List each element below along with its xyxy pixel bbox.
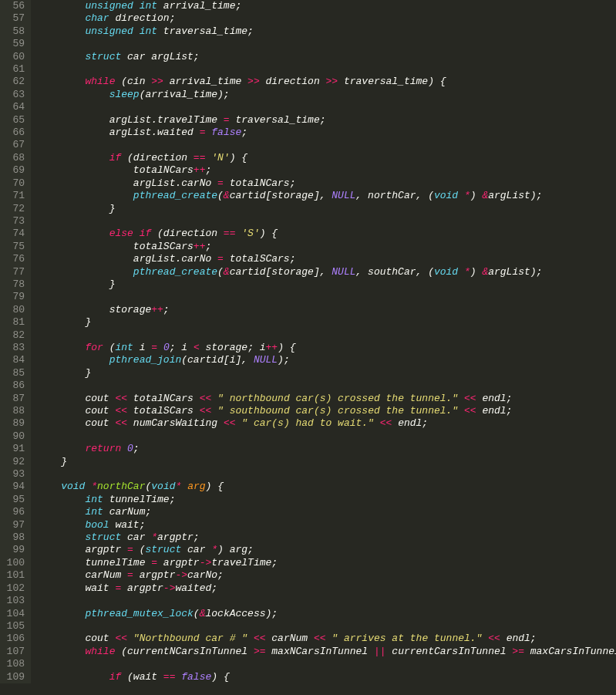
- code-line[interactable]: else if (direction == 'S') {: [37, 228, 616, 240]
- code-line[interactable]: argList.carNo = totalSCars;: [37, 253, 616, 265]
- code-line[interactable]: char direction;: [37, 12, 616, 25]
- token-plain: argptr: [121, 582, 163, 594]
- code-line[interactable]: return 0;: [37, 443, 616, 455]
- line-number: 86: [6, 380, 25, 392]
- token-kw: while: [85, 76, 115, 87]
- token-type: void: [434, 190, 458, 201]
- code-line[interactable]: cout << numCarsWaiting << " car(s) had t…: [37, 417, 616, 430]
- token-num: NULL: [332, 190, 355, 201]
- code-line[interactable]: argptr = (struct car *) arg;: [37, 544, 616, 556]
- code-line[interactable]: }: [37, 456, 616, 468]
- line-number: 93: [6, 468, 25, 481]
- code-line[interactable]: pthread_mutex_lock(&lockAccess);: [37, 608, 616, 620]
- token-plain: (: [217, 190, 224, 201]
- token-type: int: [85, 506, 103, 518]
- token-type: int: [115, 342, 133, 353]
- line-number: 96: [6, 506, 25, 518]
- code-line[interactable]: pthread_join(cartid[i], NULL);: [37, 354, 616, 366]
- code-line[interactable]: totalSCars++;: [37, 241, 616, 253]
- code-line[interactable]: while (cin >> arrival_time >> direction …: [37, 76, 616, 88]
- code-line[interactable]: pthread_create(&cartid[storage], NULL, s…: [37, 266, 616, 278]
- token-plain: [127, 633, 133, 644]
- code-line[interactable]: [37, 430, 616, 443]
- code-line[interactable]: wait = argptr->waited;: [37, 582, 616, 595]
- token-plain: totalSCars;: [224, 253, 296, 265]
- code-line[interactable]: void *northCar(void* arg) {: [37, 481, 616, 493]
- code-line[interactable]: carNum = argptr->carNo;: [37, 569, 616, 582]
- token-plain: direction: [260, 76, 326, 87]
- token-plain: , northCar, (: [356, 190, 434, 201]
- code-line[interactable]: }: [37, 203, 616, 215]
- line-number: 98: [6, 531, 25, 544]
- token-func: pthread_join: [109, 354, 182, 366]
- code-line[interactable]: [37, 468, 616, 481]
- line-number: 67: [6, 139, 25, 151]
- code-line[interactable]: argList.carNo = totalNCars;: [37, 177, 616, 190]
- token-plain: [157, 342, 163, 353]
- code-line[interactable]: }: [37, 316, 616, 329]
- token-op: ==: [194, 152, 206, 164]
- token-plain: carNum: [85, 569, 127, 581]
- code-line[interactable]: [37, 595, 616, 607]
- token-plain: cout: [85, 405, 115, 417]
- code-line[interactable]: cout << "Northbound car # " << carNum <<…: [37, 633, 616, 645]
- code-line[interactable]: cout << totalSCars << " southbound car(s…: [37, 405, 616, 417]
- token-op: ||: [374, 646, 386, 657]
- code-line[interactable]: struct car *argptr;: [37, 531, 616, 544]
- code-line[interactable]: bool wait;: [37, 519, 616, 531]
- code-line[interactable]: [37, 38, 616, 50]
- token-plain: [374, 417, 380, 429]
- token-kw: if: [109, 671, 122, 683]
- line-number: 88: [6, 405, 25, 417]
- code-line[interactable]: while (currentNCarsInTunnel >= maxNCarsI…: [37, 646, 616, 658]
- code-line[interactable]: int carNum;: [37, 506, 616, 518]
- token-plain: );: [278, 354, 290, 366]
- code-line[interactable]: [37, 291, 616, 303]
- code-line[interactable]: cout << totalNCars << " northbound car(s…: [37, 393, 616, 405]
- code-line[interactable]: if (direction == 'N') {: [37, 152, 616, 164]
- token-num: NULL: [254, 354, 278, 366]
- token-plain: ) {: [211, 671, 229, 683]
- token-op: <<: [254, 633, 266, 644]
- code-line[interactable]: tunnelTime = argptr->travelTime;: [37, 557, 616, 569]
- token-num: false: [181, 671, 211, 683]
- code-line[interactable]: if (wait == false) {: [37, 671, 616, 683]
- code-line[interactable]: [37, 380, 616, 392]
- code-line[interactable]: argList.waited = false;: [37, 127, 616, 139]
- code-line[interactable]: struct car argList;: [37, 51, 616, 63]
- code-line[interactable]: [37, 329, 616, 342]
- code-line[interactable]: [37, 139, 616, 151]
- code-line[interactable]: for (int i = 0; i < storage; i++) {: [37, 342, 616, 354]
- code-area[interactable]: unsigned int arrival_time; char directio…: [31, 0, 616, 683]
- token-plain: wait: [85, 582, 115, 594]
- token-plain: ; i: [170, 342, 194, 353]
- token-plain: currentCarsInTunnel: [386, 646, 513, 657]
- code-line[interactable]: totalNCars++;: [37, 164, 616, 177]
- code-line[interactable]: argList.travelTime = traversal_time;: [37, 114, 616, 127]
- code-line[interactable]: int tunnelTime;: [37, 494, 616, 506]
- token-plain: traversal_time;: [157, 25, 254, 37]
- token-op: <<: [488, 633, 500, 644]
- line-number: 62: [6, 76, 25, 88]
- line-number: 56: [6, 0, 25, 12]
- token-op: >=: [254, 646, 266, 657]
- code-line[interactable]: sleep(arrival_time);: [37, 89, 616, 101]
- code-line[interactable]: pthread_create(&cartid[storage], NULL, n…: [37, 190, 616, 202]
- code-line[interactable]: }: [37, 367, 616, 380]
- token-op: ->: [175, 569, 187, 581]
- token-plain: direction;: [109, 12, 176, 24]
- editor-container: 5657585960616263646566676869707172737475…: [0, 0, 616, 683]
- token-plain: travelTime;: [211, 557, 278, 568]
- code-line[interactable]: [37, 658, 616, 670]
- code-line[interactable]: }: [37, 278, 616, 291]
- code-line[interactable]: [37, 63, 616, 76]
- token-str: 'N': [211, 152, 229, 164]
- code-line[interactable]: [37, 215, 616, 228]
- code-line[interactable]: unsigned int arrival_time;: [37, 0, 616, 12]
- code-line[interactable]: [37, 101, 616, 113]
- line-number: 89: [6, 417, 25, 430]
- code-line[interactable]: [37, 620, 616, 633]
- token-plain: (cartid[i],: [181, 354, 254, 366]
- code-line[interactable]: storage++;: [37, 304, 616, 316]
- code-line[interactable]: unsigned int traversal_time;: [37, 25, 616, 38]
